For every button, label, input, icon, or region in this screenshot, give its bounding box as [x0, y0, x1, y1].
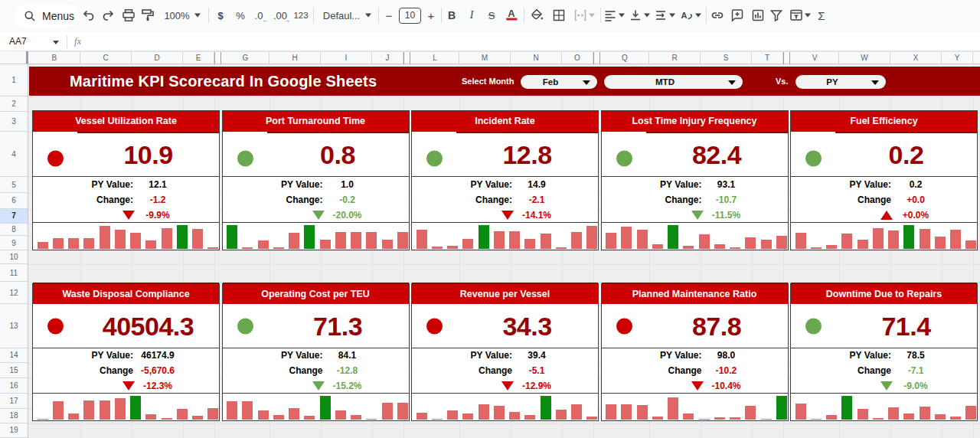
- row-header-5[interactable]: 5: [0, 177, 28, 193]
- change-label: Change:: [286, 194, 323, 205]
- row-header-9[interactable]: 9: [0, 236, 28, 250]
- column-header-N[interactable]: N: [511, 52, 562, 64]
- spreadsheet-grid[interactable]: Maritime KPI Scorecard In Google Sheets …: [28, 64, 980, 438]
- row-header-8[interactable]: 8: [0, 224, 28, 236]
- formula-input[interactable]: [92, 32, 980, 51]
- column-header-L[interactable]: L: [411, 52, 459, 64]
- sparkline-bar: [965, 406, 976, 420]
- filter-icon[interactable]: [769, 8, 783, 22]
- column-header-R[interactable]: R: [649, 52, 701, 64]
- text-rotation-icon[interactable]: A: [681, 9, 694, 22]
- column-header-H[interactable]: H: [270, 52, 321, 64]
- row-header-18[interactable]: 18: [0, 409, 28, 423]
- row-header-16[interactable]: 16: [0, 378, 28, 394]
- more-formats-button[interactable]: 123: [293, 11, 308, 20]
- py-value: 1.0: [341, 179, 354, 190]
- bold-button[interactable]: B: [448, 9, 456, 21]
- increase-decimal-button[interactable]: .00→: [273, 10, 287, 21]
- merge-cells-icon[interactable]: [573, 8, 587, 22]
- change-line: Change:-2.1: [412, 192, 598, 208]
- change-value: -1.2: [150, 194, 166, 205]
- column-header-S[interactable]: S: [701, 52, 752, 64]
- font-size-input[interactable]: 10: [399, 8, 421, 24]
- kpi-sparkline: [412, 394, 598, 420]
- period-dropdown-caret-icon: [728, 80, 736, 85]
- row-header-2[interactable]: 2: [0, 96, 28, 112]
- row-header-3[interactable]: 3: [0, 112, 28, 132]
- menus-button[interactable]: Menus: [14, 5, 80, 27]
- insert-link-icon[interactable]: [710, 8, 724, 22]
- font-select[interactable]: Defaul...: [323, 10, 360, 21]
- kpi-card-title: Waste Disposal Compliance: [33, 284, 219, 304]
- row-header-11[interactable]: 11: [0, 264, 28, 282]
- row-header-4[interactable]: 4: [0, 132, 28, 177]
- compare-dropdown[interactable]: PY: [795, 75, 886, 89]
- decrease-decimal-button[interactable]: .0←: [255, 10, 263, 21]
- row-header-6[interactable]: 6: [0, 193, 28, 209]
- sparkline-bar: [447, 246, 458, 248]
- format-currency-button[interactable]: $: [217, 10, 223, 21]
- align-left-icon[interactable]: [604, 9, 616, 21]
- text-color-button[interactable]: A: [508, 8, 514, 19]
- row-header-13[interactable]: 13: [0, 304, 28, 348]
- insert-comment-icon[interactable]: [730, 8, 744, 22]
- period-dropdown[interactable]: MTD: [604, 75, 743, 89]
- name-box[interactable]: AA7: [9, 32, 27, 51]
- column-header-M[interactable]: M: [459, 52, 511, 64]
- hidden-column-marker: [783, 52, 790, 64]
- column-header-J[interactable]: J: [372, 52, 403, 64]
- column-header-V[interactable]: V: [791, 52, 839, 64]
- sparkline-bar: [320, 396, 331, 420]
- column-header-I[interactable]: I: [321, 52, 372, 64]
- py-value-label: PY Value:: [92, 350, 133, 361]
- column-header-B[interactable]: B: [29, 52, 81, 64]
- italic-button[interactable]: I: [470, 9, 474, 21]
- column-header-G[interactable]: G: [222, 52, 270, 64]
- zoom-caret-icon: [194, 14, 201, 18]
- row-header-19[interactable]: 19: [0, 423, 28, 438]
- row-header-1[interactable]: 1: [0, 64, 28, 96]
- column-header-O[interactable]: O: [562, 52, 593, 64]
- strikethrough-button[interactable]: S: [488, 10, 495, 21]
- change-line: Change-5,670.6: [33, 363, 219, 378]
- redo-icon[interactable]: [101, 8, 115, 22]
- functions-icon[interactable]: Σ: [818, 9, 825, 22]
- column-header-C[interactable]: C: [80, 52, 132, 64]
- fill-color-icon[interactable]: [531, 8, 544, 22]
- insert-chart-icon[interactable]: [751, 8, 765, 22]
- row-header-15[interactable]: 15: [0, 363, 28, 378]
- column-header-T[interactable]: T: [752, 52, 783, 64]
- column-header-W[interactable]: W: [839, 52, 890, 64]
- print-icon[interactable]: [122, 8, 136, 22]
- row-header-10[interactable]: 10: [0, 250, 28, 264]
- kpi-sparkline: [223, 394, 409, 420]
- status-dot-green: [426, 150, 443, 166]
- borders-icon[interactable]: [552, 8, 566, 22]
- filter-views-icon[interactable]: [789, 8, 803, 22]
- kpi-card-value-row: 10.9: [33, 132, 219, 177]
- py-value: 12.1: [149, 179, 166, 190]
- py-value-label: PY Value:: [471, 179, 512, 190]
- sparkline-bar: [571, 404, 582, 420]
- vertical-align-icon[interactable]: [629, 9, 642, 21]
- column-header-X[interactable]: X: [890, 52, 942, 64]
- row-header-14[interactable]: 14: [0, 348, 28, 364]
- month-dropdown[interactable]: Feb: [521, 75, 597, 89]
- select-all-corner[interactable]: [0, 51, 28, 64]
- row-header-7[interactable]: 7: [0, 209, 28, 224]
- zoom-select[interactable]: 100%: [164, 10, 189, 21]
- decrease-font-size-button[interactable]: −: [386, 9, 393, 22]
- undo-icon[interactable]: [82, 8, 96, 22]
- column-header-Y[interactable]: Y: [942, 52, 973, 64]
- increase-font-size-button[interactable]: +: [428, 9, 435, 22]
- sparkline-bar: [38, 419, 48, 420]
- row-header-12[interactable]: 12: [0, 282, 28, 304]
- column-header-E[interactable]: E: [183, 52, 214, 64]
- row-header-17[interactable]: 17: [0, 394, 28, 409]
- kpi-card-value-row: 71.4: [791, 304, 977, 348]
- column-header-D[interactable]: D: [132, 52, 183, 64]
- paint-format-icon[interactable]: [141, 8, 155, 22]
- column-header-Q[interactable]: Q: [601, 52, 649, 64]
- format-percent-button[interactable]: %: [236, 10, 245, 21]
- text-wrap-icon[interactable]: [655, 9, 667, 21]
